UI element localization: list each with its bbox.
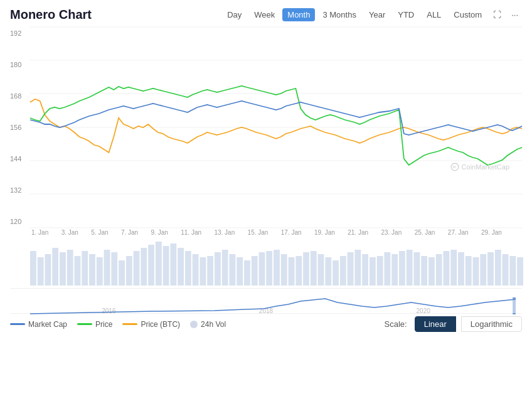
logarithmic-btn[interactable]: Logarithmic (461, 316, 522, 332)
volume-chart (10, 238, 522, 286)
legend-market-cap: Market Cap (10, 320, 67, 329)
year-btn[interactable]: Year (364, 8, 390, 21)
svg-rect-33 (207, 256, 213, 286)
chart-area: 192 180 168 156 144 132 120 (10, 27, 522, 309)
svg-rect-17 (89, 254, 95, 286)
3months-btn[interactable]: 3 Months (317, 8, 361, 21)
all-btn[interactable]: ALL (422, 8, 446, 21)
svg-rect-59 (399, 251, 405, 286)
svg-rect-54 (362, 254, 368, 286)
svg-rect-52 (348, 252, 354, 286)
btc-price-legend-line (122, 323, 137, 325)
svg-rect-38 (244, 260, 250, 286)
svg-rect-20 (111, 252, 117, 286)
svg-rect-42 (274, 250, 280, 286)
chart-title: Monero Chart (10, 8, 92, 22)
ytd-btn[interactable]: YTD (393, 8, 419, 21)
svg-rect-22 (126, 256, 132, 286)
svg-rect-15 (75, 256, 81, 286)
svg-rect-57 (384, 252, 390, 286)
svg-rect-53 (354, 250, 361, 286)
svg-rect-66 (450, 250, 457, 286)
chart-legend: Market Cap Price Price (BTC) 24h Vol (10, 320, 226, 329)
svg-rect-24 (141, 248, 147, 286)
chart-container: Monero Chart Day Week Month 3 Months Yea… (0, 0, 532, 411)
btc-price-line (30, 99, 522, 152)
svg-rect-34 (215, 252, 221, 286)
legend-price-btc: Price (BTC) (122, 320, 180, 329)
svg-rect-13 (60, 252, 66, 286)
svg-rect-46 (303, 252, 309, 286)
price-legend-line (77, 323, 92, 325)
svg-rect-75 (517, 257, 523, 286)
svg-rect-40 (259, 252, 265, 286)
svg-rect-74 (509, 256, 516, 286)
time-controls: Day Week Month 3 Months Year YTD ALL Cus… (222, 8, 522, 21)
svg-rect-37 (237, 257, 243, 286)
svg-rect-71 (487, 252, 494, 286)
market-cap-line (30, 101, 522, 135)
svg-rect-43 (281, 254, 287, 286)
overview-chart: 2016 2018 2020 (10, 288, 522, 316)
svg-rect-50 (332, 260, 339, 286)
svg-rect-11 (45, 254, 51, 286)
svg-rect-23 (134, 251, 140, 286)
overview-svg (30, 289, 516, 317)
chart-header: Monero Chart Day Week Month 3 Months Yea… (10, 8, 522, 22)
svg-text:M: M (452, 165, 455, 169)
market-cap-legend-line (10, 323, 25, 325)
day-btn[interactable]: Day (222, 8, 247, 21)
svg-rect-16 (82, 251, 88, 286)
svg-rect-48 (318, 254, 324, 286)
linear-btn[interactable]: Linear (415, 316, 456, 332)
svg-rect-31 (193, 254, 199, 286)
main-chart: 192 180 168 156 144 132 120 (10, 27, 522, 228)
price-line (30, 86, 522, 165)
svg-rect-67 (458, 252, 464, 286)
svg-rect-14 (67, 250, 73, 286)
svg-rect-56 (377, 256, 383, 286)
svg-rect-12 (52, 248, 58, 286)
svg-rect-58 (391, 254, 398, 286)
svg-rect-70 (480, 254, 486, 286)
svg-rect-73 (503, 254, 509, 286)
svg-rect-55 (370, 257, 376, 286)
fullscreen-btn[interactable]: ⛶ (489, 8, 505, 21)
legend-volume: 24h Vol (190, 320, 226, 329)
volume-chart-svg (30, 238, 522, 286)
svg-rect-47 (311, 251, 317, 286)
svg-rect-49 (325, 257, 331, 286)
watermark: M CoinMarketCap (450, 163, 509, 171)
week-btn[interactable]: Week (249, 8, 280, 21)
custom-btn[interactable]: Custom (449, 8, 487, 21)
svg-rect-21 (119, 260, 125, 286)
svg-rect-35 (222, 250, 228, 286)
svg-rect-28 (170, 243, 176, 286)
svg-rect-64 (436, 254, 442, 286)
svg-rect-29 (178, 248, 184, 286)
svg-rect-10 (38, 257, 44, 286)
legend-price: Price (77, 320, 112, 329)
volume-legend-circle (190, 321, 198, 328)
svg-rect-76 (513, 298, 516, 314)
svg-rect-25 (148, 245, 154, 286)
month-btn[interactable]: Month (282, 8, 315, 21)
svg-rect-68 (466, 256, 472, 286)
scale-controls: Scale: Linear Logarithmic (385, 316, 522, 332)
svg-rect-45 (295, 256, 302, 286)
svg-rect-44 (289, 257, 295, 286)
svg-rect-41 (266, 251, 272, 286)
svg-rect-19 (104, 250, 110, 286)
more-btn[interactable]: ··· (508, 8, 522, 21)
svg-rect-30 (185, 251, 191, 286)
scale-label: Scale: (385, 319, 407, 329)
svg-rect-69 (473, 257, 479, 286)
svg-rect-63 (428, 257, 435, 286)
main-chart-svg (30, 27, 522, 228)
svg-rect-18 (97, 257, 103, 286)
svg-rect-72 (495, 250, 501, 286)
svg-rect-65 (444, 251, 450, 286)
svg-rect-39 (252, 256, 258, 286)
svg-rect-27 (163, 246, 169, 286)
svg-rect-62 (421, 256, 427, 286)
